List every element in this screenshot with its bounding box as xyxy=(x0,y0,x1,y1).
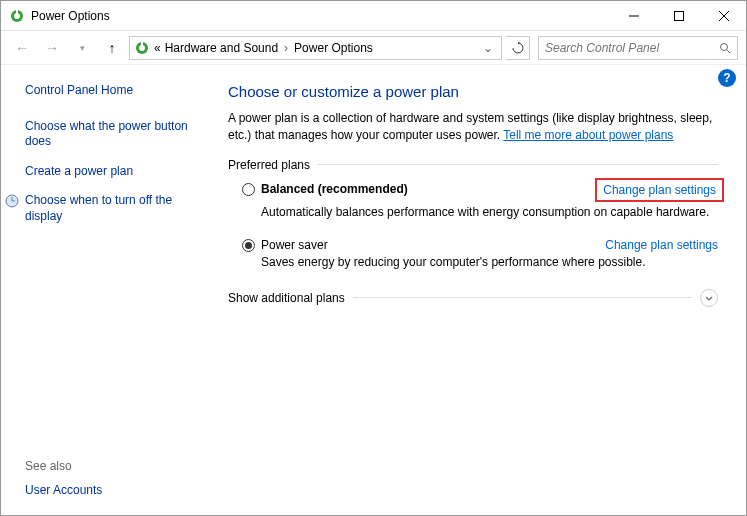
svg-rect-9 xyxy=(141,42,143,47)
see-also-user-accounts[interactable]: User Accounts xyxy=(25,483,102,499)
show-additional-plans-row: Show additional plans xyxy=(228,289,718,307)
close-button[interactable] xyxy=(701,1,746,30)
sidebar-link-power-button[interactable]: Choose what the power button does xyxy=(25,119,204,150)
navbar: ← → ▾ ↑ « Hardware and Sound › Power Opt… xyxy=(1,31,746,65)
change-plan-settings-link[interactable]: Change plan settings xyxy=(605,238,718,252)
address-bar[interactable]: « Hardware and Sound › Power Options ⌄ xyxy=(129,36,502,60)
page-heading: Choose or customize a power plan xyxy=(228,83,718,100)
svg-rect-2 xyxy=(16,10,18,15)
clock-icon xyxy=(5,194,19,208)
minimize-button[interactable] xyxy=(611,1,656,30)
window-controls xyxy=(611,1,746,30)
search-input[interactable] xyxy=(545,41,719,55)
learn-more-link[interactable]: Tell me more about power plans xyxy=(503,128,673,142)
chevron-right-icon[interactable]: › xyxy=(282,41,290,55)
maximize-button[interactable] xyxy=(656,1,701,30)
sidebar-link-display-off[interactable]: Choose when to turn off the display xyxy=(25,193,204,224)
breadcrumb-item[interactable]: Power Options xyxy=(294,41,373,55)
recent-dropdown[interactable]: ▾ xyxy=(69,35,95,61)
back-button[interactable]: ← xyxy=(9,35,35,61)
svg-point-10 xyxy=(721,43,728,50)
divider xyxy=(353,297,692,298)
plan-description: Automatically balances performance with … xyxy=(261,205,718,221)
up-button[interactable]: ↑ xyxy=(99,35,125,61)
see-also-label: See also xyxy=(25,459,102,473)
sidebar-link-create-plan[interactable]: Create a power plan xyxy=(25,164,204,180)
refresh-button[interactable] xyxy=(506,36,530,60)
change-plan-settings-link[interactable]: Change plan settings xyxy=(595,178,724,202)
forward-button[interactable]: → xyxy=(39,35,65,61)
plan-name[interactable]: Power saver xyxy=(261,238,599,252)
divider xyxy=(318,164,718,165)
address-dropdown[interactable]: ⌄ xyxy=(479,41,497,55)
help-button[interactable]: ? xyxy=(718,69,736,87)
expand-button[interactable] xyxy=(700,289,718,307)
page-description: A power plan is a collection of hardware… xyxy=(228,110,718,144)
plan-radio-power-saver[interactable] xyxy=(242,239,255,252)
main-panel: ? Choose or customize a power plan A pow… xyxy=(216,65,746,515)
control-panel-home-link[interactable]: Control Panel Home xyxy=(25,83,204,99)
svg-rect-4 xyxy=(674,11,683,20)
content: Control Panel Home Choose what the power… xyxy=(1,65,746,515)
see-also: See also User Accounts xyxy=(25,459,102,499)
sidebar-item-display-off: Choose when to turn off the display xyxy=(5,193,204,238)
power-options-icon xyxy=(134,40,150,56)
titlebar: Power Options xyxy=(1,1,746,31)
plan-name[interactable]: Balanced (recommended) xyxy=(261,182,589,196)
sidebar: Control Panel Home Choose what the power… xyxy=(1,65,216,515)
window-title: Power Options xyxy=(31,9,611,23)
breadcrumb-item[interactable]: Hardware and Sound xyxy=(165,41,278,55)
preferred-plans-header: Preferred plans xyxy=(228,158,718,172)
power-options-icon xyxy=(9,8,25,24)
svg-line-11 xyxy=(727,50,730,53)
preferred-plans-label: Preferred plans xyxy=(228,158,310,172)
search-icon[interactable] xyxy=(719,42,731,54)
plan-power-saver: Power saver Change plan settings Saves e… xyxy=(242,238,718,271)
search-box[interactable] xyxy=(538,36,738,60)
plan-radio-balanced[interactable] xyxy=(242,183,255,196)
breadcrumb-prefix: « xyxy=(154,41,161,55)
plan-balanced: Balanced (recommended) Change plan setti… xyxy=(242,182,718,221)
show-additional-plans-label[interactable]: Show additional plans xyxy=(228,291,345,305)
plan-description: Saves energy by reducing your computer's… xyxy=(261,255,718,271)
